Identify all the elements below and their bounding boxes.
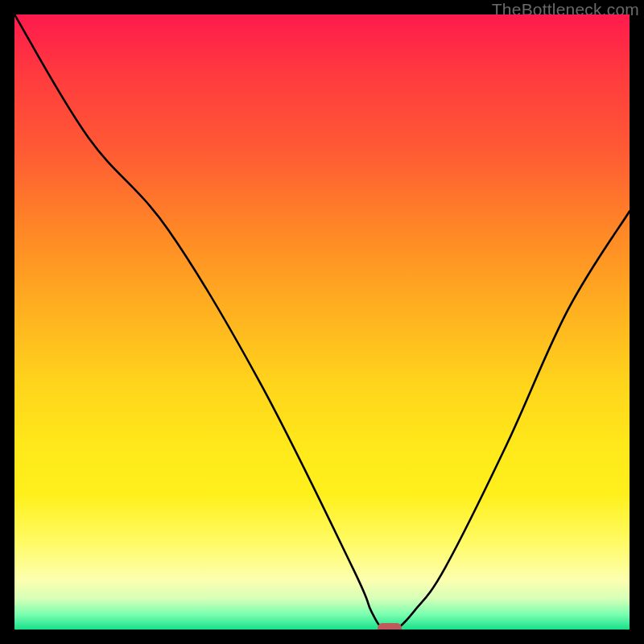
bottleneck-curve [14,14,630,630]
plot-area [14,14,630,630]
chart-frame: TheBottleneck.com [0,0,644,644]
optimal-marker [378,623,402,630]
